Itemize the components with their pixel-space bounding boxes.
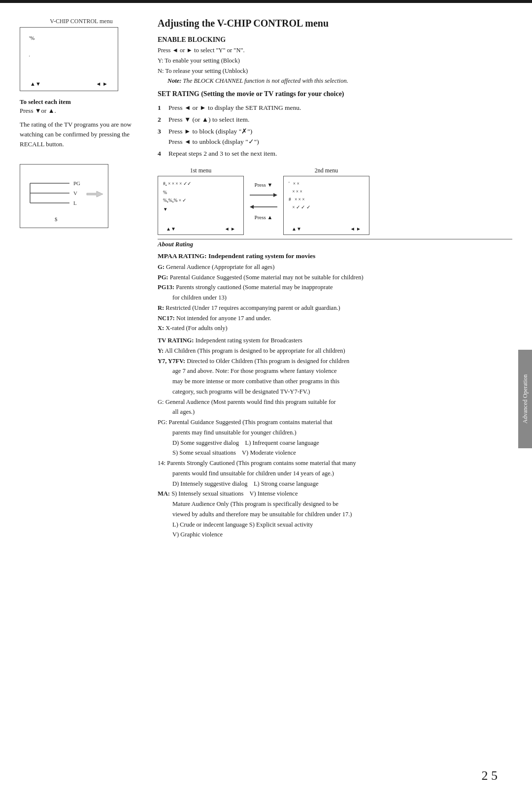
tv-y7-line4: category, such programs will be designat… (172, 387, 512, 397)
mpaa-x: X: X-rated (For adults only) (158, 324, 512, 333)
set-rating-steps: 1Press ◄ or ► to display the SET RATING … (158, 103, 512, 159)
tv-y: Y: All Children (This program is designe… (158, 346, 512, 356)
diagram-arrows: Press ▼ Press ▲ (244, 167, 283, 220)
diagram2-nav: ▲▼◄ ► (284, 226, 369, 232)
tv-pg-d: D) Some suggestive dialog L) Infrequent … (172, 438, 512, 448)
to-select-desc: Press ▼or ▲. (20, 107, 143, 115)
enable-blocking-section: ENABLE BLOCKING Press ◄ or ► to select "… (158, 36, 512, 86)
diagram-2nd-menu: 2nd menu ' × × × × × # × × × × ✓ ✓ ✓ ▲▼◄… (283, 167, 369, 235)
recall-text: The rating of the TV programs you are no… (20, 120, 143, 149)
tv-ma-l: L) Crude or indecent language S) Explici… (172, 520, 512, 530)
left-menu-box: '% ' ▲▼ ◄ ► (20, 27, 118, 91)
svg-text:V: V (73, 190, 77, 196)
step-4: 4Repeat steps 2 and 3 to set the next it… (158, 149, 512, 159)
svg-text:L: L (73, 200, 77, 206)
tv-y7-line3: may be more intense or more combative th… (172, 377, 512, 386)
enable-blocking-note: Note: The BLOCK CHANNEL function is not … (167, 76, 512, 86)
svg-marker-12 (250, 205, 254, 209)
step-1: 1Press ◄ or ► to display the SET RATING … (158, 103, 512, 113)
tv-g-line2: all ages.) (172, 407, 512, 417)
enable-blocking-label: ENABLE BLOCKING (158, 36, 512, 44)
mpaa-r: R: Restricted (Under 17 requires accompa… (158, 303, 512, 313)
enable-blocking-line2: Y: To enable your setting (Block) (158, 56, 512, 66)
diagram2-label: 2nd menu (315, 167, 338, 174)
right-column: Adjusting the V-CHIP CONTROL menu ENABLE… (153, 18, 512, 542)
diagram1-box: #• × × × × ✓✓ % %•%•% × ✓ ▼ ▲▼◄ ► (158, 176, 244, 235)
section-title: Adjusting the V-CHIP CONTROL menu (158, 18, 512, 29)
tv-14-line2: parents would find unsuitable for childr… (172, 469, 512, 478)
tv-y7: Y7, Y7FV: Directed to Older Children (Th… (158, 357, 512, 366)
about-rating-label: About Rating (158, 240, 512, 248)
mpaa-pg: PG: Parental Guidance Suggested (Some ma… (158, 273, 512, 282)
diagram-1st-menu: 1st menu #• × × × × ✓✓ % %•%•% × ✓ ▼ ▲▼◄… (158, 167, 244, 235)
left-lower-diagram: PG V L $ (20, 164, 143, 228)
set-rating-label: SET RATING (Setting the movie or TV rati… (158, 89, 512, 99)
diagram2-box: ' × × × × × # × × × × ✓ ✓ ✓ ▲▼◄ ► (283, 176, 369, 235)
enable-blocking-line1: Press ◄ or ► to select "Y" or "N". (158, 46, 512, 55)
step-2: 2Press ▼ (or ▲) to select item. (158, 115, 512, 125)
diagrams-row: 1st menu #• × × × × ✓✓ % %•%•% × ✓ ▼ ▲▼◄… (158, 167, 512, 235)
svg-text:$: $ (55, 216, 58, 222)
svg-text:PG: PG (73, 180, 80, 186)
lower-box: PG V L $ (20, 164, 108, 228)
page-number: 2 5 (482, 768, 498, 783)
tv-label: TV RATING: Independent rating system for… (158, 336, 512, 345)
mpaa-pg13: PG13: Parents strongly cautioned (Some m… (158, 283, 512, 292)
diagram1-label: 1st menu (190, 167, 212, 174)
sidebar-tab-label: Advanced Operation (522, 374, 529, 424)
menu-box-content: '% ' (20, 28, 118, 67)
tv-ma-desc2: viewed by adults and therefore may be un… (172, 510, 512, 519)
tv-14-d: D) Intensely suggestive dialog L) Strong… (172, 479, 512, 489)
svg-marker-7 (87, 191, 103, 197)
mpaa-section: MPAA RATING: Independent rating system f… (158, 251, 512, 333)
enable-blocking-line3: N: To release your setting (Unblock) (158, 66, 512, 76)
tv-ma-s: MA: S) Intensely sexual situations V) In… (158, 489, 512, 499)
mpaa-g: G: General Audience (Appropriate for all… (158, 263, 512, 272)
svg-marker-10 (273, 193, 277, 197)
tv-g: G: General Audience (Most parents would … (158, 398, 512, 407)
mpaa-label: MPAA RATING: Independent rating system f… (158, 251, 512, 261)
press-up-label: Press ▲ (255, 214, 273, 220)
left-column: V-CHIP CONTROL menu '% ' ▲▼ ◄ ► To selec… (20, 18, 153, 542)
menu-nav-arrows: ▲▼ ◄ ► (20, 81, 118, 87)
tv-ma-desc1: Mature Audience Only (This program is sp… (172, 499, 512, 509)
tv-section: TV RATING: Independent rating system for… (158, 336, 512, 539)
tv-ma-v: V) Graphic violence (172, 530, 512, 539)
menu-label: V-CHIP CONTROL menu (20, 18, 143, 25)
advanced-operation-tab: Advanced Operation (518, 350, 532, 448)
set-rating-section: SET RATING (Setting the movie or TV rati… (158, 89, 512, 159)
tv-y7-line2: age 7 and above. Note: For those program… (172, 366, 512, 376)
to-select-label: To select each item (20, 98, 143, 106)
about-rating-divider: About Rating (158, 239, 512, 248)
tv-pg-s: S) Some sexual situations V) Moderate vi… (172, 448, 512, 458)
mpaa-nc17: NC17: Not intended for anyone 17 and und… (158, 314, 512, 323)
mpaa-pg13-cont: for children under 13) (172, 293, 512, 302)
press-down-label: Press ▼ (255, 182, 273, 188)
diagram1-nav: ▲▼◄ ► (158, 226, 243, 232)
tv-pg-line2: parents may find unsuitable for younger … (172, 428, 512, 437)
step-3: 3Press ► to block (display "✗")Press ◄ t… (158, 127, 512, 147)
tv-14: 14: Parents Strongly Cautioned (This pro… (158, 459, 512, 468)
tv-pg: PG: Parental Guidance Suggested (This pr… (158, 418, 512, 427)
